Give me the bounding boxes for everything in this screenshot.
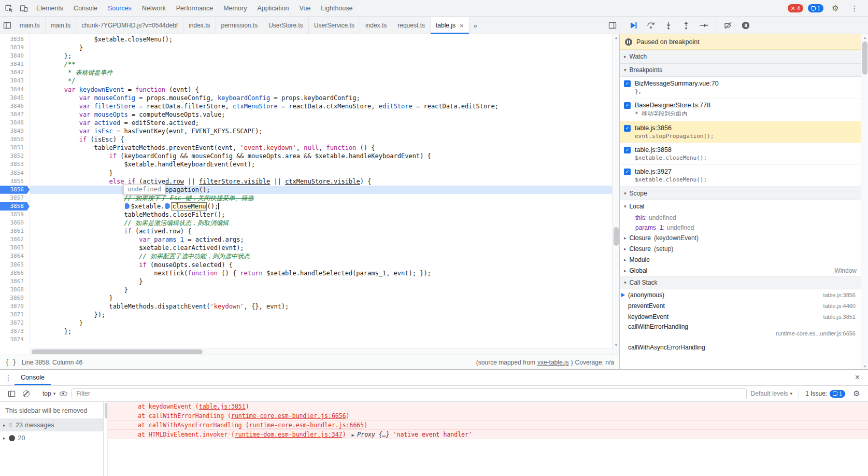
code-text[interactable]: }; bbox=[30, 52, 612, 60]
breakpoint-checkbox[interactable]: ✓ bbox=[624, 80, 631, 87]
console-settings-gear-icon[interactable]: ⚙ bbox=[849, 387, 864, 400]
line-number[interactable]: 3858 bbox=[0, 202, 30, 211]
console-source-link[interactable]: runtime-core.esm-bundler.js:6665 bbox=[249, 422, 364, 429]
code-text[interactable]: $xetable.closeMenu(); bbox=[30, 202, 612, 211]
error-count-badge[interactable]: ✕ 4 bbox=[788, 4, 803, 12]
line-number[interactable]: 3840 bbox=[0, 52, 30, 60]
call-stack-frame[interactable]: (anonymous)table.js:3856 bbox=[620, 289, 861, 300]
line-number[interactable]: 3873 bbox=[0, 327, 30, 335]
step-over-button[interactable] bbox=[643, 19, 659, 32]
code-text[interactable]: if (actived.row) { bbox=[30, 227, 612, 235]
file-tab-main.ts[interactable]: main.ts bbox=[15, 17, 46, 34]
live-expression-eye-icon[interactable] bbox=[60, 391, 67, 396]
line-number[interactable]: 3864 bbox=[0, 252, 30, 260]
panel-tab-console[interactable]: Console bbox=[68, 0, 103, 17]
close-tab-icon[interactable]: × bbox=[460, 22, 464, 30]
more-options-icon[interactable]: ⋮ bbox=[847, 2, 862, 15]
code-text[interactable]: if (isEsc) { bbox=[30, 135, 612, 144]
drawer-menu-icon[interactable]: ⋮ bbox=[2, 373, 15, 382]
file-tab-permission.ts[interactable]: permission.ts bbox=[216, 17, 264, 34]
line-number[interactable]: 3849 bbox=[0, 127, 30, 135]
object-preview[interactable]: Proxy {…} bbox=[357, 431, 393, 438]
scope-group[interactable]: ▸Closure (setup) bbox=[620, 243, 861, 254]
code-text[interactable]: } bbox=[30, 169, 612, 177]
line-number[interactable]: 3842 bbox=[0, 68, 30, 77]
code-text[interactable]: tablePrivateMethods.preventEvent(evnt, '… bbox=[30, 144, 612, 152]
breakpoint-entry[interactable]: ✓BaseDesignerStore.ts:778* 移动字段到分组内 bbox=[620, 99, 861, 121]
console-sidebar-scroll-thumb[interactable] bbox=[105, 403, 107, 418]
line-number[interactable]: 3847 bbox=[0, 110, 30, 119]
settings-gear-icon[interactable]: ⚙ bbox=[828, 2, 843, 15]
call-stack-frame[interactable]: keydownEventtable.js:3851 bbox=[620, 311, 861, 322]
code-text[interactable]: // 如果按下了 Esc 键，关闭快捷菜单、筛选 bbox=[30, 194, 612, 202]
device-toolbar-icon[interactable] bbox=[17, 2, 31, 15]
scope-variable[interactable]: params_1: undefined bbox=[620, 222, 861, 232]
editor-horizontal-scrollbar[interactable] bbox=[30, 348, 612, 355]
clear-console-icon[interactable] bbox=[23, 390, 30, 397]
scope-group[interactable]: ▸Global Window bbox=[620, 265, 861, 276]
code-text[interactable]: tableMethods.closeFilter(); bbox=[30, 211, 612, 219]
code-text[interactable]: var actived = editStore.actived; bbox=[30, 119, 612, 127]
editor-vertical-scrollbar[interactable]: ▲ ▼ bbox=[612, 34, 619, 355]
panel-tab-sources[interactable]: Sources bbox=[103, 0, 137, 17]
scope-group[interactable]: ▸Module bbox=[620, 254, 861, 265]
line-number[interactable]: 3852 bbox=[0, 152, 30, 160]
code-text[interactable]: var keydownEvent = function (evnt) { bbox=[30, 86, 612, 94]
code-text[interactable]: /** bbox=[30, 60, 612, 68]
navigator-toggle-icon[interactable] bbox=[0, 19, 15, 32]
line-number[interactable]: 3857 bbox=[0, 194, 30, 202]
line-number[interactable]: 3862 bbox=[0, 235, 30, 244]
code-text[interactable] bbox=[30, 335, 612, 344]
line-number[interactable]: 3872 bbox=[0, 319, 30, 327]
code-text[interactable]: tableMethods.dispatchEvent('keydown', {}… bbox=[30, 302, 612, 311]
console-sidebar-toggle-icon[interactable] bbox=[4, 387, 19, 400]
file-tab-chunk-7YGPDMHD.js?v=0544debf[interactable]: chunk-7YGPDMHD.js?v=0544debf bbox=[76, 17, 183, 34]
scope-variable[interactable]: this: undefined bbox=[620, 213, 861, 222]
code-text[interactable]: * 表格键盘事件 bbox=[30, 68, 612, 77]
line-number[interactable]: 3869 bbox=[0, 294, 30, 302]
file-tab-table.js[interactable]: table.js× bbox=[431, 17, 469, 34]
code-text[interactable]: $xetable.closeMenu(); bbox=[30, 35, 612, 44]
breakpoint-checkbox[interactable]: ✓ bbox=[624, 102, 631, 109]
console-source-link[interactable]: table.js:3851 bbox=[199, 403, 246, 410]
line-number[interactable]: 3845 bbox=[0, 94, 30, 102]
code-text[interactable]: } bbox=[30, 286, 612, 294]
line-number[interactable]: 3838 bbox=[0, 35, 30, 44]
line-number[interactable]: 3868 bbox=[0, 286, 30, 294]
scroll-down-arrow[interactable]: ▼ bbox=[861, 363, 868, 369]
line-number[interactable]: 3867 bbox=[0, 277, 30, 286]
breakpoint-entry[interactable]: ✓table.js:3858$xetable.closeMenu(); bbox=[620, 143, 861, 165]
inspect-element-icon[interactable] bbox=[2, 2, 17, 15]
line-number[interactable]: 3844 bbox=[0, 86, 30, 94]
code-editor[interactable]: 3838 $xetable.closeMenu();3839 }3840 };3… bbox=[0, 34, 619, 355]
code-text[interactable]: var isEsc = hasEventKey(evnt, EVENT_KEYS… bbox=[30, 127, 612, 135]
file-tab-request.ts[interactable]: request.ts bbox=[392, 17, 431, 34]
tab-console[interactable]: Console bbox=[15, 370, 51, 385]
log-levels-selector[interactable]: Default levels ▾ bbox=[751, 390, 793, 397]
issues-count-badge[interactable]: 1 bbox=[808, 4, 823, 12]
code-text[interactable]: $xetable.handleKeyboardEvent(evnt); bbox=[30, 160, 612, 169]
breakpoint-checkbox[interactable]: ✓ bbox=[624, 125, 631, 132]
panel-tab-performance[interactable]: Performance bbox=[171, 0, 219, 17]
code-text[interactable]: var mouseOpts = computeMouseOpts.value; bbox=[30, 110, 612, 119]
scope-local-header[interactable]: ▾ Local bbox=[620, 200, 861, 213]
line-number[interactable]: 3863 bbox=[0, 244, 30, 252]
call-stack-section-header[interactable]: ▾ Call Stack bbox=[620, 276, 861, 289]
deactivate-breakpoints-button[interactable] bbox=[720, 19, 736, 32]
scroll-up-arrow[interactable]: ▲ bbox=[861, 34, 868, 40]
breakpoint-checkbox[interactable]: ✓ bbox=[624, 147, 631, 153]
close-drawer-icon[interactable]: × bbox=[849, 373, 866, 382]
panel-tab-network[interactable]: Network bbox=[137, 0, 171, 17]
step-out-button[interactable] bbox=[678, 19, 694, 32]
file-tab-main.ts[interactable]: main.ts bbox=[46, 17, 77, 34]
panel-tab-application[interactable]: Application bbox=[252, 0, 294, 17]
code-text[interactable]: if (keyboardConfig && mouseConfig && mou… bbox=[30, 152, 612, 160]
call-stack-frame[interactable]: callWithAsyncErrorHandling bbox=[620, 342, 861, 353]
file-tab-index.ts[interactable]: index.ts bbox=[360, 17, 392, 34]
panel-tab-elements[interactable]: Elements bbox=[31, 0, 68, 17]
file-tab-UserService.ts[interactable]: UserService.ts bbox=[309, 17, 360, 34]
line-number[interactable]: 3851 bbox=[0, 144, 30, 152]
breakpoint-checkbox[interactable]: ✓ bbox=[624, 169, 631, 175]
console-sidebar-item[interactable]: ▸20 bbox=[0, 431, 103, 444]
panel-tab-vue[interactable]: Vue bbox=[294, 0, 316, 17]
